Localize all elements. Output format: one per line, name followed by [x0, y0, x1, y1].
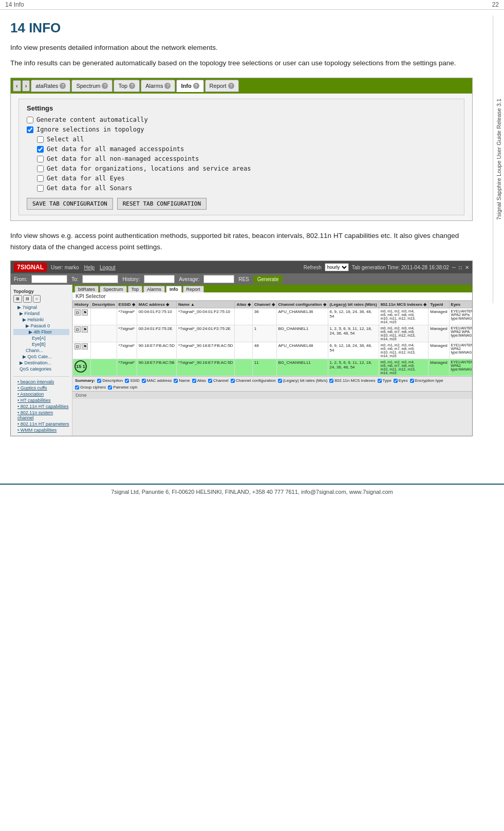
tree-item-eyeA[interactable]: Eye[A]	[13, 335, 69, 341]
nonmanaged-ap-checkbox[interactable]	[37, 156, 44, 162]
cell-mcs: m0, m1, m2, m3, m4,m5, m6, m7, m8, m9,m1…	[379, 308, 428, 325]
topology-icon-3[interactable]: ○	[33, 295, 41, 303]
summary-cb-description[interactable]	[97, 379, 101, 383]
topology-icon-1[interactable]: ⊞	[13, 295, 22, 303]
tab-top[interactable]: Top ?	[114, 80, 140, 92]
tab-alarms[interactable]: Alarms ?	[141, 80, 175, 92]
tab-spectrum-label: Spectrum	[76, 83, 100, 89]
cell-legacy-rates: 6, 9, 12, 18, 24, 36, 48, 54	[328, 308, 379, 325]
app-header: 7SIGNAL User: marko Help Logout Refresh …	[11, 261, 472, 273]
cell-channel-config: BG_CHANNEL11	[276, 359, 328, 376]
app-tab-spectrum[interactable]: Spectrum	[100, 286, 127, 292]
tree-item-pasauti[interactable]: ▶ Pasauti 0	[13, 323, 69, 329]
tab-top-label: Top	[118, 83, 127, 89]
tree-item-7signal[interactable]: ▶ 7signal	[13, 304, 69, 310]
summary-cb-type[interactable]	[378, 379, 382, 383]
app-tab-alarms[interactable]: Alarms	[143, 286, 165, 292]
summary-item-type: Type	[378, 378, 391, 383]
tab-atarates[interactable]: ataRates ?	[31, 80, 70, 92]
refresh-interval-select[interactable]: hourly	[325, 263, 349, 271]
link-beacon[interactable]: • beacon intervals	[13, 379, 69, 385]
from-input[interactable]	[31, 275, 67, 283]
menu-help[interactable]: Help	[84, 265, 95, 270]
to-input[interactable]	[82, 275, 118, 283]
tree-item-dest[interactable]: ▶ Destination...	[13, 360, 69, 366]
row-icon-flag[interactable]: ⚑	[82, 326, 88, 333]
row-icon-flag[interactable]: ⚑	[82, 309, 88, 316]
summary-cb-encryption[interactable]	[410, 379, 414, 383]
history-input[interactable]	[144, 275, 175, 283]
nav-back-button[interactable]: ‹	[13, 80, 21, 91]
summary-cb-mcs[interactable]	[329, 379, 333, 383]
cell-essid: *7signal*	[117, 342, 137, 359]
summary-cb-channel-config[interactable]	[231, 379, 235, 383]
table-row: D ⚑ *7signal* 00:04:01:F2:75:10 *7signal…	[73, 308, 473, 325]
row-icon-desc[interactable]: D	[74, 326, 81, 333]
maximize-icon[interactable]: □	[459, 265, 462, 270]
tab-report-help-icon[interactable]: ?	[228, 83, 234, 89]
tree-item-helsinki[interactable]: ▶ Helsinki	[13, 317, 69, 323]
table-header-row: History Description ESSID ◆ MAC address …	[73, 301, 473, 308]
summary-cb-alias[interactable]	[192, 379, 196, 383]
select-all-checkbox[interactable]	[37, 136, 44, 143]
tab-report[interactable]: Report ?	[205, 80, 239, 92]
summary-cb-group[interactable]	[75, 385, 79, 390]
row-icon-desc[interactable]: D	[74, 343, 81, 349]
menu-logout[interactable]: Logout	[100, 265, 116, 270]
tab-top-help-icon[interactable]: ?	[129, 83, 135, 89]
nav-forward-button[interactable]: ›	[22, 80, 30, 91]
summary-label-ssid: SSID	[130, 378, 140, 383]
generate-auto-checkbox[interactable]	[27, 117, 33, 123]
summary-item-ssid: SSID	[125, 378, 140, 383]
reset-tab-config-button[interactable]: RESET TAB CONFIGURATION	[117, 198, 207, 210]
app-statusbar: Done	[72, 391, 472, 399]
footer: 7signal Ltd, Panuntie 6, FI-00620 HELSIN…	[0, 484, 504, 499]
summary-cb-mac[interactable]	[142, 379, 146, 383]
summary-cb-eyes[interactable]	[394, 379, 398, 383]
app-tab-info[interactable]: Info	[166, 286, 182, 292]
tree-item-qos-cat[interactable]: QoS categories	[13, 366, 69, 372]
average-input[interactable]	[203, 275, 234, 283]
link-wmm[interactable]: • WMM capabilities	[13, 427, 69, 433]
tab-atarates-help-icon[interactable]: ?	[60, 83, 66, 89]
tree-item-chann[interactable]: Chann...	[13, 347, 69, 354]
generate-button[interactable]: Generate	[253, 275, 283, 283]
cell-history: 15 1	[73, 359, 91, 376]
link-ht-cap[interactable]: • HT capabilities	[13, 397, 69, 403]
minimize-icon[interactable]: ─	[452, 265, 456, 270]
tree-item-eyeB[interactable]: Eye[B]	[13, 341, 69, 347]
link-80211n-ht[interactable]: • 802.11n HT capabilities	[13, 403, 69, 410]
eyes-label: Get data for all Eyes	[47, 175, 125, 182]
link-assoc[interactable]: • Association	[13, 391, 69, 397]
close-icon[interactable]: ✕	[465, 265, 469, 270]
tree-item-4thfloor[interactable]: ▶ 4th Floor	[13, 329, 69, 335]
eyes-checkbox[interactable]	[37, 175, 44, 182]
tab-spectrum-help-icon[interactable]: ?	[102, 83, 108, 89]
row-icon-flag[interactable]: ⚑	[82, 343, 88, 349]
link-80211n-sys[interactable]: • 802.11n system channel	[13, 410, 69, 421]
tree-item-finland[interactable]: ▶ Finland	[13, 310, 69, 317]
summary-cb-pairwise[interactable]	[108, 385, 112, 390]
summary-cb-channel[interactable]	[208, 379, 212, 383]
tab-info[interactable]: Info ?	[176, 80, 203, 92]
app-tab-top[interactable]: Top	[128, 286, 143, 292]
tab-alarms-help-icon[interactable]: ?	[164, 83, 171, 89]
summary-cb-legacy-rates[interactable]	[278, 379, 282, 383]
row-icon-desc[interactable]: D	[74, 309, 81, 316]
tab-info-help-icon[interactable]: ?	[193, 83, 199, 89]
ignore-topology-checkbox[interactable]	[27, 126, 33, 133]
sonars-checkbox[interactable]	[37, 185, 44, 192]
summary-cb-name[interactable]	[174, 379, 178, 383]
link-80211n-ht-param[interactable]: • 802.11n HT parameters	[13, 421, 69, 427]
tree-item-qos[interactable]: ▶ QoS Cate...	[13, 354, 69, 360]
summary-cb-ssid[interactable]	[125, 379, 129, 383]
th-eyes: Eyes	[449, 301, 472, 308]
save-tab-config-button[interactable]: SAVE TAB CONFIGURATION	[27, 198, 113, 210]
topology-icon-2[interactable]: ⊟	[23, 295, 32, 303]
app-tab-report[interactable]: Report	[183, 286, 204, 292]
managed-ap-checkbox[interactable]	[37, 146, 44, 153]
link-guptics[interactable]: • Guptics cuffs	[13, 385, 69, 391]
tab-spectrum[interactable]: Spectrum ?	[71, 80, 113, 92]
app-tab-bitrates[interactable]: bitRates	[74, 286, 99, 292]
org-locations-checkbox[interactable]	[37, 165, 44, 172]
